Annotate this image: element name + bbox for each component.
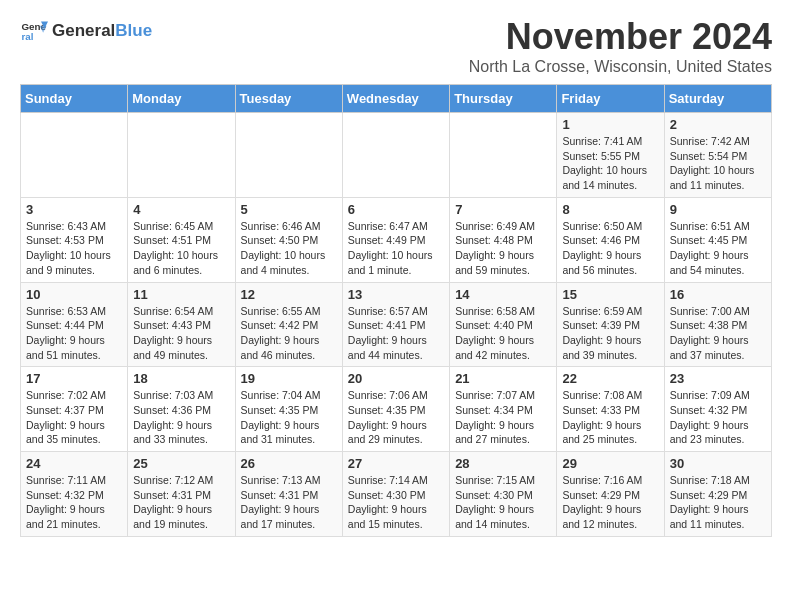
col-header-saturday: Saturday: [664, 85, 771, 113]
day-cell: 13Sunrise: 6:57 AM Sunset: 4:41 PM Dayli…: [342, 282, 449, 367]
day-info: Sunrise: 6:43 AM Sunset: 4:53 PM Dayligh…: [26, 219, 122, 278]
day-number: 30: [670, 456, 766, 471]
calendar-body: 1Sunrise: 7:41 AM Sunset: 5:55 PM Daylig…: [21, 113, 772, 537]
day-cell: 19Sunrise: 7:04 AM Sunset: 4:35 PM Dayli…: [235, 367, 342, 452]
week-row-1: 1Sunrise: 7:41 AM Sunset: 5:55 PM Daylig…: [21, 113, 772, 198]
header-row: SundayMondayTuesdayWednesdayThursdayFrid…: [21, 85, 772, 113]
day-cell: 14Sunrise: 6:58 AM Sunset: 4:40 PM Dayli…: [450, 282, 557, 367]
day-cell: 3Sunrise: 6:43 AM Sunset: 4:53 PM Daylig…: [21, 197, 128, 282]
week-row-4: 17Sunrise: 7:02 AM Sunset: 4:37 PM Dayli…: [21, 367, 772, 452]
day-info: Sunrise: 7:18 AM Sunset: 4:29 PM Dayligh…: [670, 473, 766, 532]
day-info: Sunrise: 7:03 AM Sunset: 4:36 PM Dayligh…: [133, 388, 229, 447]
day-number: 19: [241, 371, 337, 386]
day-info: Sunrise: 7:14 AM Sunset: 4:30 PM Dayligh…: [348, 473, 444, 532]
day-number: 27: [348, 456, 444, 471]
day-number: 18: [133, 371, 229, 386]
logo-general: General: [52, 21, 115, 40]
col-header-wednesday: Wednesday: [342, 85, 449, 113]
day-cell: [450, 113, 557, 198]
day-number: 26: [241, 456, 337, 471]
day-info: Sunrise: 7:09 AM Sunset: 4:32 PM Dayligh…: [670, 388, 766, 447]
col-header-sunday: Sunday: [21, 85, 128, 113]
col-header-thursday: Thursday: [450, 85, 557, 113]
day-info: Sunrise: 6:51 AM Sunset: 4:45 PM Dayligh…: [670, 219, 766, 278]
col-header-friday: Friday: [557, 85, 664, 113]
day-cell: [128, 113, 235, 198]
day-info: Sunrise: 6:55 AM Sunset: 4:42 PM Dayligh…: [241, 304, 337, 363]
day-cell: 30Sunrise: 7:18 AM Sunset: 4:29 PM Dayli…: [664, 452, 771, 537]
day-info: Sunrise: 7:04 AM Sunset: 4:35 PM Dayligh…: [241, 388, 337, 447]
day-info: Sunrise: 6:47 AM Sunset: 4:49 PM Dayligh…: [348, 219, 444, 278]
day-info: Sunrise: 6:53 AM Sunset: 4:44 PM Dayligh…: [26, 304, 122, 363]
day-cell: 4Sunrise: 6:45 AM Sunset: 4:51 PM Daylig…: [128, 197, 235, 282]
day-number: 20: [348, 371, 444, 386]
logo-icon: Gene ral: [20, 16, 48, 44]
day-number: 1: [562, 117, 658, 132]
day-cell: 18Sunrise: 7:03 AM Sunset: 4:36 PM Dayli…: [128, 367, 235, 452]
subtitle: North La Crosse, Wisconsin, United State…: [469, 58, 772, 76]
day-number: 7: [455, 202, 551, 217]
day-number: 14: [455, 287, 551, 302]
day-info: Sunrise: 7:08 AM Sunset: 4:33 PM Dayligh…: [562, 388, 658, 447]
day-cell: 15Sunrise: 6:59 AM Sunset: 4:39 PM Dayli…: [557, 282, 664, 367]
day-info: Sunrise: 6:58 AM Sunset: 4:40 PM Dayligh…: [455, 304, 551, 363]
day-info: Sunrise: 7:00 AM Sunset: 4:38 PM Dayligh…: [670, 304, 766, 363]
day-cell: [235, 113, 342, 198]
calendar-header: SundayMondayTuesdayWednesdayThursdayFrid…: [21, 85, 772, 113]
day-cell: 12Sunrise: 6:55 AM Sunset: 4:42 PM Dayli…: [235, 282, 342, 367]
day-cell: 9Sunrise: 6:51 AM Sunset: 4:45 PM Daylig…: [664, 197, 771, 282]
day-cell: [21, 113, 128, 198]
day-cell: 11Sunrise: 6:54 AM Sunset: 4:43 PM Dayli…: [128, 282, 235, 367]
day-info: Sunrise: 6:45 AM Sunset: 4:51 PM Dayligh…: [133, 219, 229, 278]
week-row-2: 3Sunrise: 6:43 AM Sunset: 4:53 PM Daylig…: [21, 197, 772, 282]
day-number: 9: [670, 202, 766, 217]
day-cell: 2Sunrise: 7:42 AM Sunset: 5:54 PM Daylig…: [664, 113, 771, 198]
day-cell: 6Sunrise: 6:47 AM Sunset: 4:49 PM Daylig…: [342, 197, 449, 282]
day-info: Sunrise: 7:07 AM Sunset: 4:34 PM Dayligh…: [455, 388, 551, 447]
day-number: 22: [562, 371, 658, 386]
day-info: Sunrise: 6:59 AM Sunset: 4:39 PM Dayligh…: [562, 304, 658, 363]
day-info: Sunrise: 7:15 AM Sunset: 4:30 PM Dayligh…: [455, 473, 551, 532]
day-cell: 26Sunrise: 7:13 AM Sunset: 4:31 PM Dayli…: [235, 452, 342, 537]
col-header-tuesday: Tuesday: [235, 85, 342, 113]
day-cell: 23Sunrise: 7:09 AM Sunset: 4:32 PM Dayli…: [664, 367, 771, 452]
day-cell: 24Sunrise: 7:11 AM Sunset: 4:32 PM Dayli…: [21, 452, 128, 537]
day-cell: 28Sunrise: 7:15 AM Sunset: 4:30 PM Dayli…: [450, 452, 557, 537]
day-cell: 5Sunrise: 6:46 AM Sunset: 4:50 PM Daylig…: [235, 197, 342, 282]
day-cell: [342, 113, 449, 198]
day-cell: 27Sunrise: 7:14 AM Sunset: 4:30 PM Dayli…: [342, 452, 449, 537]
day-cell: 17Sunrise: 7:02 AM Sunset: 4:37 PM Dayli…: [21, 367, 128, 452]
day-cell: 7Sunrise: 6:49 AM Sunset: 4:48 PM Daylig…: [450, 197, 557, 282]
day-number: 10: [26, 287, 122, 302]
calendar-table: SundayMondayTuesdayWednesdayThursdayFrid…: [20, 84, 772, 537]
day-info: Sunrise: 7:02 AM Sunset: 4:37 PM Dayligh…: [26, 388, 122, 447]
day-info: Sunrise: 7:16 AM Sunset: 4:29 PM Dayligh…: [562, 473, 658, 532]
day-number: 11: [133, 287, 229, 302]
day-cell: 16Sunrise: 7:00 AM Sunset: 4:38 PM Dayli…: [664, 282, 771, 367]
day-number: 15: [562, 287, 658, 302]
day-number: 4: [133, 202, 229, 217]
logo: Gene ral GeneralBlue: [20, 16, 152, 44]
day-number: 25: [133, 456, 229, 471]
day-cell: 29Sunrise: 7:16 AM Sunset: 4:29 PM Dayli…: [557, 452, 664, 537]
day-info: Sunrise: 7:41 AM Sunset: 5:55 PM Dayligh…: [562, 134, 658, 193]
day-info: Sunrise: 7:12 AM Sunset: 4:31 PM Dayligh…: [133, 473, 229, 532]
day-info: Sunrise: 6:50 AM Sunset: 4:46 PM Dayligh…: [562, 219, 658, 278]
main-title: November 2024: [469, 16, 772, 58]
logo-blue: Blue: [115, 21, 152, 40]
title-area: November 2024 North La Crosse, Wisconsin…: [469, 16, 772, 76]
day-cell: 21Sunrise: 7:07 AM Sunset: 4:34 PM Dayli…: [450, 367, 557, 452]
day-info: Sunrise: 6:49 AM Sunset: 4:48 PM Dayligh…: [455, 219, 551, 278]
day-info: Sunrise: 7:11 AM Sunset: 4:32 PM Dayligh…: [26, 473, 122, 532]
day-number: 24: [26, 456, 122, 471]
day-info: Sunrise: 7:13 AM Sunset: 4:31 PM Dayligh…: [241, 473, 337, 532]
day-number: 17: [26, 371, 122, 386]
day-number: 8: [562, 202, 658, 217]
day-number: 12: [241, 287, 337, 302]
day-cell: 20Sunrise: 7:06 AM Sunset: 4:35 PM Dayli…: [342, 367, 449, 452]
day-cell: 25Sunrise: 7:12 AM Sunset: 4:31 PM Dayli…: [128, 452, 235, 537]
svg-text:ral: ral: [21, 31, 33, 42]
day-number: 3: [26, 202, 122, 217]
day-info: Sunrise: 7:42 AM Sunset: 5:54 PM Dayligh…: [670, 134, 766, 193]
day-info: Sunrise: 6:54 AM Sunset: 4:43 PM Dayligh…: [133, 304, 229, 363]
